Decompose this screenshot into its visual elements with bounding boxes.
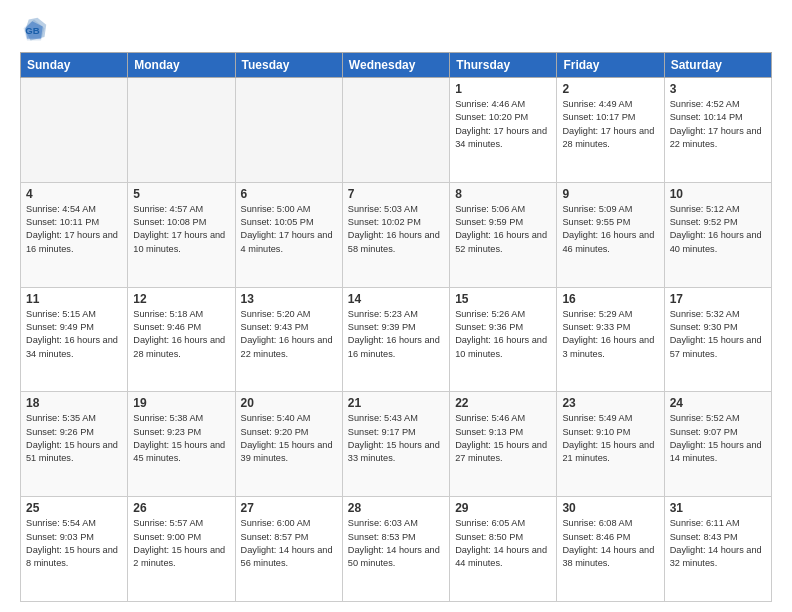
calendar-cell: 24Sunrise: 5:52 AMSunset: 9:07 PMDayligh… bbox=[664, 392, 771, 497]
day-number: 28 bbox=[348, 501, 444, 515]
header: GB bbox=[20, 16, 772, 44]
logo-icon: GB bbox=[20, 16, 48, 44]
day-number: 30 bbox=[562, 501, 658, 515]
calendar-cell: 29Sunrise: 6:05 AMSunset: 8:50 PMDayligh… bbox=[450, 497, 557, 602]
day-detail: Sunrise: 4:57 AMSunset: 10:08 PMDaylight… bbox=[133, 203, 229, 256]
day-number: 18 bbox=[26, 396, 122, 410]
calendar-cell: 26Sunrise: 5:57 AMSunset: 9:00 PMDayligh… bbox=[128, 497, 235, 602]
calendar-cell bbox=[128, 78, 235, 183]
calendar-cell: 19Sunrise: 5:38 AMSunset: 9:23 PMDayligh… bbox=[128, 392, 235, 497]
logo: GB bbox=[20, 16, 52, 44]
calendar-cell: 5Sunrise: 4:57 AMSunset: 10:08 PMDayligh… bbox=[128, 182, 235, 287]
calendar-week-4: 18Sunrise: 5:35 AMSunset: 9:26 PMDayligh… bbox=[21, 392, 772, 497]
calendar-cell: 6Sunrise: 5:00 AMSunset: 10:05 PMDayligh… bbox=[235, 182, 342, 287]
day-number: 8 bbox=[455, 187, 551, 201]
calendar-week-2: 4Sunrise: 4:54 AMSunset: 10:11 PMDayligh… bbox=[21, 182, 772, 287]
day-detail: Sunrise: 5:23 AMSunset: 9:39 PMDaylight:… bbox=[348, 308, 444, 361]
day-header-saturday: Saturday bbox=[664, 53, 771, 78]
day-number: 7 bbox=[348, 187, 444, 201]
day-detail: Sunrise: 5:49 AMSunset: 9:10 PMDaylight:… bbox=[562, 412, 658, 465]
day-number: 22 bbox=[455, 396, 551, 410]
calendar-week-3: 11Sunrise: 5:15 AMSunset: 9:49 PMDayligh… bbox=[21, 287, 772, 392]
day-detail: Sunrise: 4:52 AMSunset: 10:14 PMDaylight… bbox=[670, 98, 766, 151]
day-number: 21 bbox=[348, 396, 444, 410]
day-detail: Sunrise: 5:20 AMSunset: 9:43 PMDaylight:… bbox=[241, 308, 337, 361]
day-number: 19 bbox=[133, 396, 229, 410]
day-detail: Sunrise: 6:11 AMSunset: 8:43 PMDaylight:… bbox=[670, 517, 766, 570]
day-detail: Sunrise: 5:06 AMSunset: 9:59 PMDaylight:… bbox=[455, 203, 551, 256]
day-detail: Sunrise: 5:52 AMSunset: 9:07 PMDaylight:… bbox=[670, 412, 766, 465]
day-detail: Sunrise: 5:26 AMSunset: 9:36 PMDaylight:… bbox=[455, 308, 551, 361]
calendar-cell: 31Sunrise: 6:11 AMSunset: 8:43 PMDayligh… bbox=[664, 497, 771, 602]
day-header-sunday: Sunday bbox=[21, 53, 128, 78]
day-detail: Sunrise: 5:38 AMSunset: 9:23 PMDaylight:… bbox=[133, 412, 229, 465]
calendar-cell: 7Sunrise: 5:03 AMSunset: 10:02 PMDayligh… bbox=[342, 182, 449, 287]
calendar-cell: 27Sunrise: 6:00 AMSunset: 8:57 PMDayligh… bbox=[235, 497, 342, 602]
day-number: 9 bbox=[562, 187, 658, 201]
day-detail: Sunrise: 5:32 AMSunset: 9:30 PMDaylight:… bbox=[670, 308, 766, 361]
day-number: 15 bbox=[455, 292, 551, 306]
day-number: 6 bbox=[241, 187, 337, 201]
day-detail: Sunrise: 6:00 AMSunset: 8:57 PMDaylight:… bbox=[241, 517, 337, 570]
day-header-wednesday: Wednesday bbox=[342, 53, 449, 78]
calendar-cell: 10Sunrise: 5:12 AMSunset: 9:52 PMDayligh… bbox=[664, 182, 771, 287]
day-number: 20 bbox=[241, 396, 337, 410]
day-header-tuesday: Tuesday bbox=[235, 53, 342, 78]
calendar-cell: 1Sunrise: 4:46 AMSunset: 10:20 PMDayligh… bbox=[450, 78, 557, 183]
day-detail: Sunrise: 6:03 AMSunset: 8:53 PMDaylight:… bbox=[348, 517, 444, 570]
day-detail: Sunrise: 4:49 AMSunset: 10:17 PMDaylight… bbox=[562, 98, 658, 151]
calendar-cell: 14Sunrise: 5:23 AMSunset: 9:39 PMDayligh… bbox=[342, 287, 449, 392]
day-header-thursday: Thursday bbox=[450, 53, 557, 78]
day-detail: Sunrise: 5:09 AMSunset: 9:55 PMDaylight:… bbox=[562, 203, 658, 256]
calendar-cell: 9Sunrise: 5:09 AMSunset: 9:55 PMDaylight… bbox=[557, 182, 664, 287]
day-detail: Sunrise: 5:18 AMSunset: 9:46 PMDaylight:… bbox=[133, 308, 229, 361]
day-detail: Sunrise: 5:35 AMSunset: 9:26 PMDaylight:… bbox=[26, 412, 122, 465]
calendar-cell: 12Sunrise: 5:18 AMSunset: 9:46 PMDayligh… bbox=[128, 287, 235, 392]
day-detail: Sunrise: 5:03 AMSunset: 10:02 PMDaylight… bbox=[348, 203, 444, 256]
calendar-page: GB SundayMondayTuesdayWednesdayThursdayF… bbox=[0, 0, 792, 612]
day-detail: Sunrise: 5:15 AMSunset: 9:49 PMDaylight:… bbox=[26, 308, 122, 361]
calendar-cell bbox=[21, 78, 128, 183]
day-number: 26 bbox=[133, 501, 229, 515]
calendar-cell: 2Sunrise: 4:49 AMSunset: 10:17 PMDayligh… bbox=[557, 78, 664, 183]
day-detail: Sunrise: 5:57 AMSunset: 9:00 PMDaylight:… bbox=[133, 517, 229, 570]
day-header-friday: Friday bbox=[557, 53, 664, 78]
calendar-cell: 20Sunrise: 5:40 AMSunset: 9:20 PMDayligh… bbox=[235, 392, 342, 497]
day-number: 16 bbox=[562, 292, 658, 306]
day-number: 31 bbox=[670, 501, 766, 515]
day-number: 4 bbox=[26, 187, 122, 201]
day-number: 25 bbox=[26, 501, 122, 515]
day-number: 14 bbox=[348, 292, 444, 306]
svg-text:GB: GB bbox=[25, 25, 39, 36]
day-detail: Sunrise: 6:08 AMSunset: 8:46 PMDaylight:… bbox=[562, 517, 658, 570]
calendar-cell: 4Sunrise: 4:54 AMSunset: 10:11 PMDayligh… bbox=[21, 182, 128, 287]
day-detail: Sunrise: 5:43 AMSunset: 9:17 PMDaylight:… bbox=[348, 412, 444, 465]
calendar-cell: 23Sunrise: 5:49 AMSunset: 9:10 PMDayligh… bbox=[557, 392, 664, 497]
calendar-cell bbox=[342, 78, 449, 183]
day-number: 13 bbox=[241, 292, 337, 306]
day-number: 1 bbox=[455, 82, 551, 96]
calendar-cell: 8Sunrise: 5:06 AMSunset: 9:59 PMDaylight… bbox=[450, 182, 557, 287]
day-detail: Sunrise: 5:40 AMSunset: 9:20 PMDaylight:… bbox=[241, 412, 337, 465]
day-header-monday: Monday bbox=[128, 53, 235, 78]
day-detail: Sunrise: 5:54 AMSunset: 9:03 PMDaylight:… bbox=[26, 517, 122, 570]
day-number: 3 bbox=[670, 82, 766, 96]
calendar-header-row: SundayMondayTuesdayWednesdayThursdayFrid… bbox=[21, 53, 772, 78]
calendar-cell: 11Sunrise: 5:15 AMSunset: 9:49 PMDayligh… bbox=[21, 287, 128, 392]
day-number: 10 bbox=[670, 187, 766, 201]
day-detail: Sunrise: 5:46 AMSunset: 9:13 PMDaylight:… bbox=[455, 412, 551, 465]
calendar-cell: 15Sunrise: 5:26 AMSunset: 9:36 PMDayligh… bbox=[450, 287, 557, 392]
calendar-week-1: 1Sunrise: 4:46 AMSunset: 10:20 PMDayligh… bbox=[21, 78, 772, 183]
calendar-cell: 22Sunrise: 5:46 AMSunset: 9:13 PMDayligh… bbox=[450, 392, 557, 497]
day-detail: Sunrise: 6:05 AMSunset: 8:50 PMDaylight:… bbox=[455, 517, 551, 570]
day-number: 27 bbox=[241, 501, 337, 515]
day-detail: Sunrise: 4:46 AMSunset: 10:20 PMDaylight… bbox=[455, 98, 551, 151]
day-number: 2 bbox=[562, 82, 658, 96]
calendar-cell: 16Sunrise: 5:29 AMSunset: 9:33 PMDayligh… bbox=[557, 287, 664, 392]
calendar-table: SundayMondayTuesdayWednesdayThursdayFrid… bbox=[20, 52, 772, 602]
day-detail: Sunrise: 5:29 AMSunset: 9:33 PMDaylight:… bbox=[562, 308, 658, 361]
calendar-week-5: 25Sunrise: 5:54 AMSunset: 9:03 PMDayligh… bbox=[21, 497, 772, 602]
calendar-cell: 28Sunrise: 6:03 AMSunset: 8:53 PMDayligh… bbox=[342, 497, 449, 602]
day-number: 11 bbox=[26, 292, 122, 306]
day-number: 5 bbox=[133, 187, 229, 201]
